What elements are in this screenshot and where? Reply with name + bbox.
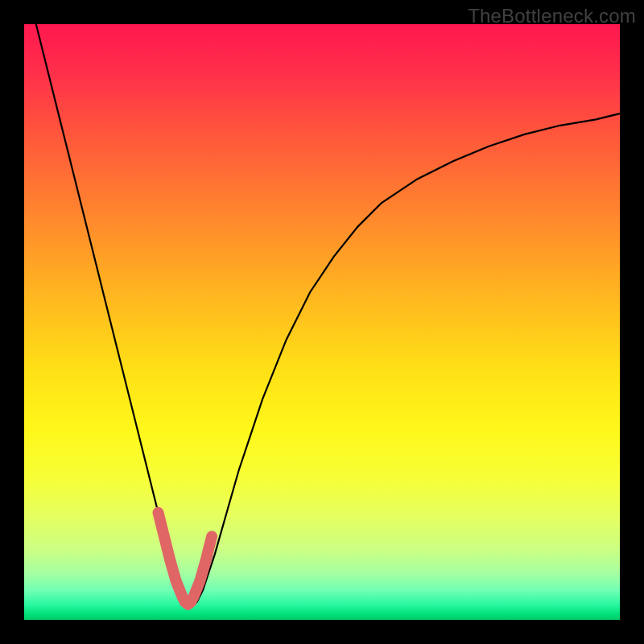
chart-frame: TheBottleneck.com xyxy=(0,0,644,644)
watermark-text: TheBottleneck.com xyxy=(468,5,636,27)
plot-area xyxy=(24,24,620,620)
bottleneck-curve-highlight xyxy=(159,513,213,605)
bottleneck-curve-line xyxy=(24,24,620,607)
curve-layer xyxy=(24,24,620,620)
